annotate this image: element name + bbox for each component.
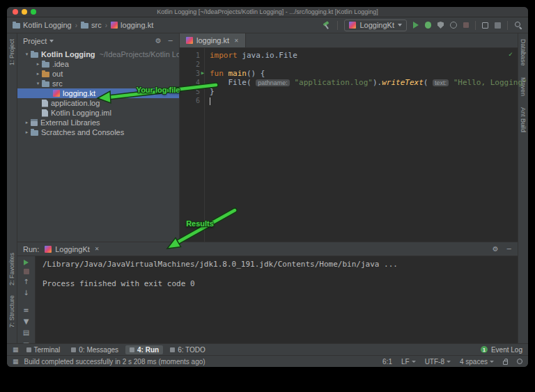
chevron-down-icon: [447, 361, 451, 363]
run-toolwindow: Run: LoggingKt ✕ ⚙ − ↑: [17, 242, 518, 343]
up-stack-trace-icon[interactable]: ↑: [22, 278, 31, 285]
toolwindow-tab-label: 6: TODO: [178, 346, 206, 354]
window-title: Kotlin Logging [~/IdeaProjects/Kotlin Lo…: [56, 8, 479, 15]
event-log-button[interactable]: 1 Event Log: [481, 346, 522, 354]
breadcrumb-item[interactable]: logging.kt: [111, 21, 153, 29]
run-button[interactable]: [413, 22, 419, 29]
tree-toggle-arrow[interactable]: ▾: [23, 52, 31, 57]
hide-panel-icon[interactable]: −: [506, 246, 512, 253]
toolwindow-switcher-icon[interactable]: ▦: [13, 347, 19, 353]
stop-process-button[interactable]: [22, 269, 31, 274]
file-icon: [42, 100, 48, 107]
toolwindow-button-antbuild[interactable]: Ant Build: [520, 107, 527, 132]
close-window-button[interactable]: [13, 9, 18, 15]
debug-button[interactable]: [425, 22, 431, 29]
status-message[interactable]: Build completed successfully in 2 s 208 …: [24, 358, 206, 366]
tree-toggle-arrow[interactable]: ▸: [23, 130, 31, 135]
tree-toggle-arrow[interactable]: ▸: [34, 61, 42, 67]
toolwindow-tab-label: 4: Run: [137, 346, 159, 354]
profiler-button[interactable]: [450, 22, 457, 29]
tree-item[interactable]: ▸.idea: [17, 59, 179, 69]
run-gutter-icon[interactable]: ▶: [201, 70, 204, 77]
run-console-tab-label: LoggingKt: [55, 245, 90, 253]
line-number: 1: [180, 51, 200, 60]
toolwindow-button-favorites[interactable]: 2: Favorites: [8, 253, 15, 285]
tree-item[interactable]: logging.kt: [17, 88, 179, 98]
project-toolwindow: Project ⚙ − ▾Kotlin Logging ~/IdeaProjec…: [17, 33, 180, 242]
code-text: [210, 96, 210, 105]
toolwindow-tab-todo[interactable]: 6: TODO: [166, 345, 210, 354]
tree-toggle-arrow[interactable]: ▾: [34, 81, 42, 86]
tree-item[interactable]: ▾src: [17, 79, 179, 88]
toolwindow-tab-messages[interactable]: 0: Messages: [67, 345, 123, 354]
build-hammer-icon[interactable]: [322, 21, 331, 30]
restore-layout-icon[interactable]: [482, 22, 488, 29]
close-tab-icon[interactable]: ✕: [95, 246, 100, 252]
tree-toggle-arrow[interactable]: ▸: [23, 120, 31, 125]
settings-gear-icon[interactable]: ⚙: [493, 246, 499, 253]
coverage-button[interactable]: [437, 22, 444, 29]
code-editor[interactable]: ✓ 1import java.io.File23▶fun main() {4 F…: [180, 48, 518, 242]
tree-item-label: Kotlin Logging.iml: [51, 109, 111, 117]
toolwindow-button-database[interactable]: Database: [520, 39, 527, 66]
toolwindow-button-project[interactable]: 1: Project: [8, 39, 15, 65]
tree-item[interactable]: ▸External Libraries: [17, 118, 179, 127]
tree-item[interactable]: ▸out: [17, 69, 179, 79]
toolwindow-button-structure[interactable]: 7: Structure: [8, 295, 15, 328]
search-everywhere-icon[interactable]: [514, 21, 522, 29]
code-line[interactable]: 4 File( pathname: "application.log").wri…: [180, 78, 518, 87]
tree-toggle-arrow[interactable]: ▸: [34, 71, 42, 77]
toolwindow-tab-terminal[interactable]: Terminal: [22, 345, 65, 354]
todo-icon: [170, 347, 175, 352]
tree-item-label: Kotlin Logging: [41, 50, 95, 58]
toolwindow-quick-access-icon[interactable]: ▦: [13, 359, 19, 365]
tree-item[interactable]: Kotlin Logging.iml: [17, 108, 179, 118]
kotlin-icon: [111, 22, 118, 29]
indent-widget[interactable]: 4 spaces: [460, 358, 494, 366]
readonly-lock-icon[interactable]: [503, 361, 508, 365]
run-console-tab[interactable]: LoggingKt ✕: [45, 245, 99, 253]
tree-item-label: logging.kt: [63, 89, 95, 97]
code-line[interactable]: 6: [180, 96, 518, 105]
scroll-to-end-icon[interactable]: ▼: [22, 317, 31, 325]
breadcrumb-separator: ›: [105, 22, 107, 29]
encoding-widget[interactable]: UTF-8: [425, 358, 451, 366]
chevron-down-icon: [49, 40, 54, 42]
toolwindow-tab-run[interactable]: 4: Run: [125, 345, 163, 354]
code-line[interactable]: 1import java.io.File: [180, 51, 518, 60]
breadcrumb-separator: ›: [75, 22, 77, 29]
code-line[interactable]: 2: [180, 60, 518, 69]
chevron-down-icon: [490, 361, 494, 363]
project-panel-title[interactable]: Project: [23, 37, 47, 45]
line-number: 4: [180, 78, 200, 87]
run-configuration-select[interactable]: LoggingKt: [344, 19, 407, 31]
code-line[interactable]: 3▶fun main() {: [180, 69, 518, 78]
project-structure-icon[interactable]: [495, 22, 501, 29]
caret-position-widget[interactable]: 6:1: [382, 358, 392, 366]
stop-button[interactable]: [463, 22, 469, 28]
breadcrumb-item[interactable]: src: [81, 21, 102, 29]
run-console-output[interactable]: /Library/Java/JavaVirtualMachines/jdk1.8…: [36, 256, 518, 343]
line-separator-widget[interactable]: LF: [401, 358, 416, 366]
scratch-icon: [31, 130, 38, 136]
hide-panel-icon[interactable]: −: [168, 38, 173, 45]
minimize-window-button[interactable]: [22, 9, 27, 15]
tree-item[interactable]: ▾Kotlin Logging ~/IdeaProjects/Kotlin Lo…: [17, 49, 179, 59]
rerun-button[interactable]: [22, 260, 31, 265]
kotlin-icon: [349, 22, 356, 29]
zoom-window-button[interactable]: [31, 9, 36, 15]
tree-item[interactable]: ▸Scratches and Consoles: [17, 127, 179, 137]
print-icon[interactable]: ▤: [22, 329, 31, 336]
down-stack-trace-icon[interactable]: ↓: [22, 289, 31, 297]
editor-tab-logging-kt[interactable]: logging.kt ✕: [180, 33, 246, 47]
soft-wrap-icon[interactable]: ≡: [22, 306, 31, 314]
code-text: File( pathname: "application.log").write…: [210, 78, 528, 87]
close-tab-icon[interactable]: ✕: [234, 38, 239, 44]
settings-gear-icon[interactable]: ⚙: [155, 38, 162, 45]
console-line: /Library/Java/JavaVirtualMachines/jdk1.8…: [42, 260, 511, 269]
code-line[interactable]: 5}: [180, 87, 518, 96]
inspections-hector-icon[interactable]: [517, 359, 522, 364]
tree-item[interactable]: application.log: [17, 98, 179, 108]
breadcrumb-item[interactable]: Kotlin Logging: [13, 21, 72, 29]
run-icon: [130, 347, 134, 352]
